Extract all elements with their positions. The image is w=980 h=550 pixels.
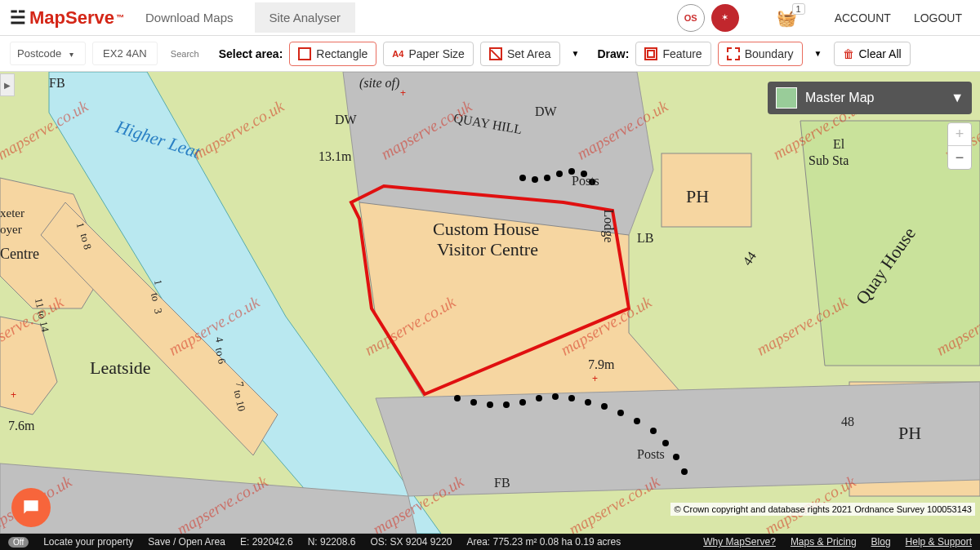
pricing-link[interactable]: Maps & Pricing [791,536,857,548]
svg-point-16 [552,393,559,400]
paper-icon: A4 [392,49,403,59]
boundary-icon [727,47,740,60]
svg-point-21 [634,418,640,424]
layer-name: Master Map [805,91,874,105]
svg-point-4 [532,176,538,183]
svg-point-9 [589,179,595,185]
svg-point-6 [556,171,563,177]
layer-thumb-icon [776,87,797,109]
layer-selector[interactable]: Master Map ▼ [768,82,972,114]
svg-point-20 [617,410,624,416]
zoom-control: + − [947,122,972,170]
os-partner-icon[interactable]: OS [677,4,705,32]
area-readout: Area: 775.23 m² 0.08 ha 0.19 acres [466,536,621,548]
blog-link[interactable]: Blog [871,536,891,548]
toolbar: Postcode ▾ EX2 4AN Search Select area: R… [0,36,980,72]
svg-point-11 [470,399,477,406]
seal-icon[interactable]: ✶ [711,4,739,32]
svg-point-18 [585,399,591,406]
feature-button[interactable]: Feature [635,42,710,66]
locate-label[interactable]: Locate your property [43,536,133,548]
why-link[interactable]: Why MapServe? [703,536,776,548]
draw-label: Draw: [598,47,630,60]
svg-point-15 [536,395,542,401]
northing-readout: N: 92208.6 [308,536,356,548]
save-open-button[interactable]: Save / Open Area [148,536,225,548]
svg-point-24 [673,454,679,460]
draw-dropdown[interactable]: ▼ [809,49,827,58]
svg-rect-1 [662,153,751,227]
trademark: ™ [116,13,124,22]
svg-point-19 [601,403,608,410]
svg-point-23 [662,440,669,446]
rectangle-button[interactable]: Rectangle [289,42,376,66]
help-link[interactable]: Help & Support [906,536,972,548]
tab-site-analyser[interactable]: Site Analyser [255,2,356,33]
svg-text:+: + [400,87,406,99]
easting-readout: E: 292042.6 [240,536,293,548]
svg-point-8 [581,171,587,177]
sidebar-toggle[interactable]: ▶ [0,73,15,96]
search-button[interactable]: Search [164,44,206,64]
logout-link[interactable]: LOGOUT [906,11,970,24]
layers-icon: ☱ [10,7,26,29]
search-mode-dropdown[interactable]: Postcode ▾ [10,42,86,65]
select-area-label: Select area: [219,47,283,60]
set-area-button[interactable]: Set Area [480,42,560,66]
svg-point-25 [681,468,688,475]
svg-point-10 [454,395,461,401]
map-canvas[interactable]: + + + Custom House Visitor Centre Leatsi… [0,72,980,534]
svg-point-17 [568,395,575,401]
logo[interactable]: ☱ MapServe™ [10,7,124,29]
paper-size-button[interactable]: A4Paper Size [383,42,474,66]
svg-point-7 [568,168,575,175]
svg-point-3 [519,175,526,181]
rectangle-icon [298,47,311,60]
locate-toggle[interactable]: Off [8,537,29,548]
account-link[interactable]: ACCOUNT [826,11,899,24]
svg-point-14 [519,399,526,406]
footer-bar: Off Locate your property Save / Open Are… [0,534,980,550]
feature-icon [644,47,657,60]
clear-all-button[interactable]: 🗑Clear All [834,42,911,66]
chevron-down-icon: ▼ [951,91,964,105]
trash-icon: 🗑 [843,47,854,60]
set-area-icon [489,47,502,60]
zoom-out-button[interactable]: − [948,146,971,169]
svg-point-13 [503,401,510,408]
svg-point-5 [544,175,550,181]
os-grid-readout: OS: SX 9204 9220 [370,536,452,548]
boundary-button[interactable]: Boundary [718,42,803,66]
svg-text:+: + [592,373,598,384]
svg-point-12 [487,401,493,408]
postcode-input[interactable]: EX2 4AN [92,42,158,65]
svg-text:+: + [11,389,16,401]
chat-icon [20,497,42,518]
zoom-in-button[interactable]: + [948,123,971,146]
basket-button[interactable]: 🧺 1 [777,8,797,28]
svg-point-22 [650,428,657,434]
brand-text: MapServe [29,7,114,29]
tab-download-maps[interactable]: Download Maps [131,2,248,33]
chat-button[interactable] [11,488,51,527]
basket-count: 1 [792,3,805,15]
top-bar: ☱ MapServe™ Download Maps Site Analyser … [0,0,980,36]
copyright-text: © Crown copyright and database rights 20… [670,503,975,516]
area-dropdown[interactable]: ▼ [567,49,585,58]
